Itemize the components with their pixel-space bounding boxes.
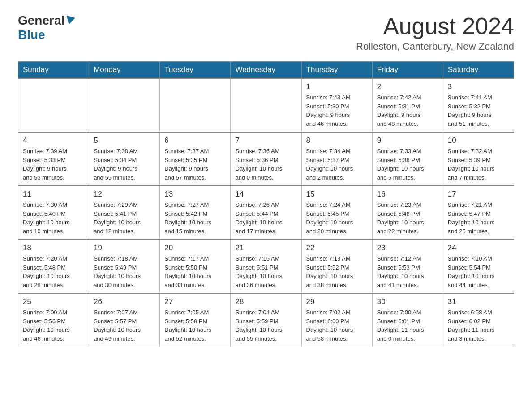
calendar-cell: 30Sunrise: 7:00 AM Sunset: 6:01 PM Dayli…: [372, 293, 443, 347]
calendar-day-header: Thursday: [301, 62, 372, 79]
day-info: Sunrise: 7:42 AM Sunset: 5:31 PM Dayligh…: [377, 93, 438, 128]
calendar-cell: 4Sunrise: 7:39 AM Sunset: 5:33 PM Daylig…: [18, 132, 89, 186]
calendar-cell: 31Sunrise: 6:58 AM Sunset: 6:02 PM Dayli…: [443, 293, 514, 347]
calendar-cell: 26Sunrise: 7:07 AM Sunset: 5:57 PM Dayli…: [89, 293, 160, 347]
day-number: 1: [306, 82, 368, 91]
calendar-cell: 20Sunrise: 7:17 AM Sunset: 5:50 PM Dayli…: [160, 240, 231, 293]
logo-triangle-icon: [64, 16, 75, 26]
day-info: Sunrise: 7:18 AM Sunset: 5:49 PM Dayligh…: [94, 254, 155, 289]
calendar-cell: 3Sunrise: 7:41 AM Sunset: 5:32 PM Daylig…: [443, 78, 514, 132]
calendar-header-row: SundayMondayTuesdayWednesdayThursdayFrid…: [18, 62, 514, 79]
day-info: Sunrise: 7:12 AM Sunset: 5:53 PM Dayligh…: [377, 254, 438, 289]
page-header: General Blue August 2024 Rolleston, Cant…: [18, 13, 514, 52]
day-info: Sunrise: 7:02 AM Sunset: 6:00 PM Dayligh…: [306, 308, 368, 343]
calendar-cell: 25Sunrise: 7:09 AM Sunset: 5:56 PM Dayli…: [18, 293, 89, 347]
day-info: Sunrise: 7:26 AM Sunset: 5:44 PM Dayligh…: [235, 201, 296, 235]
day-number: 6: [164, 136, 226, 145]
day-info: Sunrise: 7:36 AM Sunset: 5:36 PM Dayligh…: [235, 147, 296, 182]
logo-text: General: [18, 13, 75, 28]
calendar-cell: 9Sunrise: 7:33 AM Sunset: 5:38 PM Daylig…: [372, 132, 443, 186]
calendar-cell: 22Sunrise: 7:13 AM Sunset: 5:52 PM Dayli…: [301, 240, 372, 293]
day-number: 10: [448, 136, 509, 145]
day-info: Sunrise: 7:20 AM Sunset: 5:48 PM Dayligh…: [23, 254, 84, 289]
day-number: 24: [448, 244, 509, 253]
day-number: 13: [164, 190, 226, 199]
calendar-cell: 14Sunrise: 7:26 AM Sunset: 5:44 PM Dayli…: [231, 186, 301, 240]
calendar-cell: 11Sunrise: 7:30 AM Sunset: 5:40 PM Dayli…: [18, 186, 89, 240]
day-number: 11: [23, 190, 84, 199]
calendar-cell: [18, 78, 89, 132]
calendar-day-header: Sunday: [18, 62, 89, 79]
day-info: Sunrise: 7:33 AM Sunset: 5:38 PM Dayligh…: [377, 147, 438, 182]
day-info: Sunrise: 7:24 AM Sunset: 5:45 PM Dayligh…: [306, 201, 368, 235]
day-number: 7: [235, 136, 296, 145]
calendar-cell: 1Sunrise: 7:43 AM Sunset: 5:30 PM Daylig…: [301, 78, 372, 132]
calendar-cell: 5Sunrise: 7:38 AM Sunset: 5:34 PM Daylig…: [89, 132, 160, 186]
day-number: 16: [377, 190, 438, 199]
calendar-cell: 2Sunrise: 7:42 AM Sunset: 5:31 PM Daylig…: [372, 78, 443, 132]
calendar-cell: [231, 78, 301, 132]
day-number: 23: [377, 244, 438, 253]
day-number: 8: [306, 136, 368, 145]
day-info: Sunrise: 7:39 AM Sunset: 5:33 PM Dayligh…: [23, 147, 84, 182]
calendar-week-row: 11Sunrise: 7:30 AM Sunset: 5:40 PM Dayli…: [18, 186, 514, 240]
calendar-cell: [160, 78, 231, 132]
day-number: 28: [235, 297, 296, 306]
calendar-cell: 13Sunrise: 7:27 AM Sunset: 5:42 PM Dayli…: [160, 186, 231, 240]
calendar-week-row: 18Sunrise: 7:20 AM Sunset: 5:48 PM Dayli…: [18, 240, 514, 293]
calendar-cell: 7Sunrise: 7:36 AM Sunset: 5:36 PM Daylig…: [231, 132, 301, 186]
day-number: 22: [306, 244, 368, 253]
day-info: Sunrise: 7:00 AM Sunset: 6:01 PM Dayligh…: [377, 308, 438, 343]
day-number: 14: [235, 190, 296, 199]
calendar-week-row: 1Sunrise: 7:43 AM Sunset: 5:30 PM Daylig…: [18, 78, 514, 132]
calendar-cell: 6Sunrise: 7:37 AM Sunset: 5:35 PM Daylig…: [160, 132, 231, 186]
day-info: Sunrise: 7:37 AM Sunset: 5:35 PM Dayligh…: [164, 147, 226, 182]
day-number: 20: [164, 244, 226, 253]
logo-blue-text: Blue: [18, 28, 45, 42]
calendar-cell: 21Sunrise: 7:15 AM Sunset: 5:51 PM Dayli…: [231, 240, 301, 293]
calendar-table: SundayMondayTuesdayWednesdayThursdayFrid…: [18, 61, 514, 347]
day-number: 27: [164, 297, 226, 306]
calendar-day-header: Monday: [89, 62, 160, 79]
day-number: 31: [448, 297, 509, 306]
day-number: 15: [306, 190, 368, 199]
day-info: Sunrise: 7:32 AM Sunset: 5:39 PM Dayligh…: [448, 147, 509, 182]
day-number: 25: [23, 297, 84, 306]
location-text: Rolleston, Canterbury, New Zealand: [356, 41, 514, 52]
day-number: 5: [94, 136, 155, 145]
calendar-cell: 16Sunrise: 7:23 AM Sunset: 5:46 PM Dayli…: [372, 186, 443, 240]
calendar-cell: 28Sunrise: 7:04 AM Sunset: 5:59 PM Dayli…: [231, 293, 301, 347]
day-info: Sunrise: 6:58 AM Sunset: 6:02 PM Dayligh…: [448, 308, 509, 343]
day-number: 30: [377, 297, 438, 306]
calendar-day-header: Saturday: [443, 62, 514, 79]
day-info: Sunrise: 7:43 AM Sunset: 5:30 PM Dayligh…: [306, 93, 368, 128]
day-info: Sunrise: 7:13 AM Sunset: 5:52 PM Dayligh…: [306, 254, 368, 289]
day-number: 9: [377, 136, 438, 145]
calendar-cell: 19Sunrise: 7:18 AM Sunset: 5:49 PM Dayli…: [89, 240, 160, 293]
calendar-day-header: Friday: [372, 62, 443, 79]
calendar-cell: [89, 78, 160, 132]
calendar-cell: 15Sunrise: 7:24 AM Sunset: 5:45 PM Dayli…: [301, 186, 372, 240]
day-info: Sunrise: 7:34 AM Sunset: 5:37 PM Dayligh…: [306, 147, 368, 182]
calendar-week-row: 4Sunrise: 7:39 AM Sunset: 5:33 PM Daylig…: [18, 132, 514, 186]
logo: General Blue: [18, 13, 75, 42]
day-info: Sunrise: 7:27 AM Sunset: 5:42 PM Dayligh…: [164, 201, 226, 235]
day-info: Sunrise: 7:29 AM Sunset: 5:41 PM Dayligh…: [94, 201, 155, 235]
header-right: August 2024 Rolleston, Canterbury, New Z…: [356, 13, 514, 52]
day-info: Sunrise: 7:05 AM Sunset: 5:58 PM Dayligh…: [164, 308, 226, 343]
day-number: 17: [448, 190, 509, 199]
day-info: Sunrise: 7:30 AM Sunset: 5:40 PM Dayligh…: [23, 201, 84, 235]
calendar-week-row: 25Sunrise: 7:09 AM Sunset: 5:56 PM Dayli…: [18, 293, 514, 347]
day-info: Sunrise: 7:21 AM Sunset: 5:47 PM Dayligh…: [448, 201, 509, 235]
day-number: 29: [306, 297, 368, 306]
day-number: 4: [23, 136, 84, 145]
calendar-cell: 17Sunrise: 7:21 AM Sunset: 5:47 PM Dayli…: [443, 186, 514, 240]
calendar-cell: 10Sunrise: 7:32 AM Sunset: 5:39 PM Dayli…: [443, 132, 514, 186]
calendar-cell: 29Sunrise: 7:02 AM Sunset: 6:00 PM Dayli…: [301, 293, 372, 347]
day-info: Sunrise: 7:04 AM Sunset: 5:59 PM Dayligh…: [235, 308, 296, 343]
day-info: Sunrise: 7:38 AM Sunset: 5:34 PM Dayligh…: [94, 147, 155, 182]
month-title: August 2024: [356, 13, 514, 39]
calendar-day-header: Tuesday: [160, 62, 231, 79]
day-number: 18: [23, 244, 84, 253]
calendar-cell: 8Sunrise: 7:34 AM Sunset: 5:37 PM Daylig…: [301, 132, 372, 186]
